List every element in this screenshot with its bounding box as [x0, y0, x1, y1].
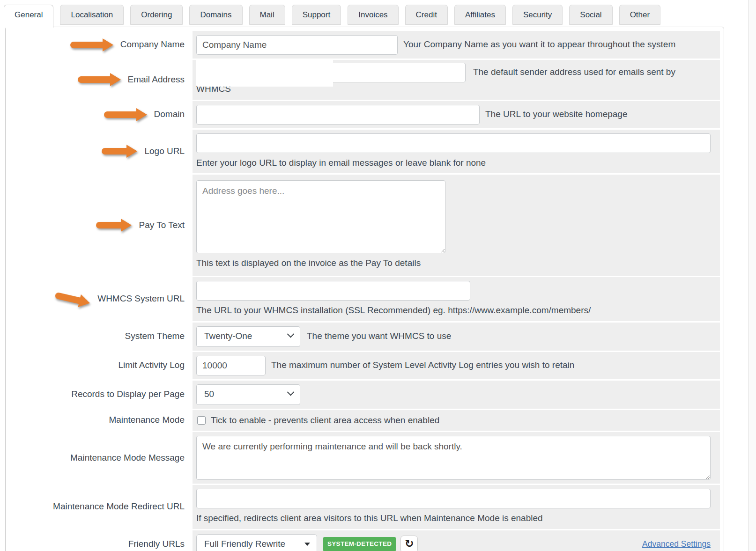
pay-to-text-help: This text is displayed on the invoice as…: [196, 257, 421, 270]
maintenance-mode-checkbox[interactable]: [197, 416, 206, 425]
system-theme-label-cell: System Theme: [9, 323, 193, 351]
form-row-friendly-urls: Friendly URLs Full Friendly Rewrite SYST…: [9, 530, 720, 551]
whmcs-system-url-help: The URL to your WHMCS installation (SSL …: [196, 304, 591, 317]
maintenance-redirect-label-cell: Maintenance Mode Redirect URL: [9, 485, 193, 529]
friendly-urls-label: Friendly URLs: [128, 538, 185, 550]
tab-invoices[interactable]: Invoices: [348, 5, 398, 25]
settings-tabbar: General Localisation Ordering Domains Ma…: [0, 0, 756, 27]
company-name-input[interactable]: [196, 35, 398, 55]
whmcs-system-url-input[interactable]: [196, 281, 470, 301]
system-detected-badge: SYSTEM-DETECTED: [323, 537, 396, 551]
logo-url-help: Enter your logo URL to display in email …: [196, 156, 486, 170]
advanced-settings-link[interactable]: Advanced Settings: [642, 538, 711, 550]
company-name-label-cell: Company Name: [9, 31, 193, 59]
tab-general[interactable]: General: [4, 5, 53, 28]
maintenance-message-textarea[interactable]: We are currently performing maintenance …: [196, 436, 711, 480]
limit-activity-log-help: The maximum number of System Level Activ…: [271, 359, 574, 372]
maintenance-message-field-cell: We are currently performing maintenance …: [193, 432, 720, 484]
limit-activity-log-label: Limit Activity Log: [119, 360, 185, 371]
whmcs-system-url-field-cell: The URL to your WHMCS installation (SSL …: [193, 277, 720, 321]
maintenance-mode-field-cell: Tick to enable - prevents client area ac…: [193, 410, 720, 431]
maintenance-mode-label-cell: Maintenance Mode: [9, 410, 193, 431]
tab-social[interactable]: Social: [569, 5, 612, 25]
tab-affiliates[interactable]: Affiliates: [454, 5, 506, 25]
logo-url-label-cell: Logo URL: [9, 130, 193, 174]
form-row-maintenance-redirect-url: Maintenance Mode Redirect URL If specifi…: [9, 485, 720, 529]
whmcs-system-url-label-cell: WHMCS System URL: [9, 277, 193, 321]
friendly-urls-select[interactable]: Full Friendly Rewrite: [196, 534, 317, 551]
system-theme-selected-value: Twenty-One: [204, 330, 252, 343]
maintenance-redirect-help: If specified, redirects client area visi…: [196, 512, 543, 525]
domain-input[interactable]: [196, 105, 480, 125]
pay-to-text-label-cell: Pay To Text: [9, 175, 193, 276]
pay-to-text-textarea[interactable]: [196, 180, 445, 253]
highlight-arrow-icon: [78, 73, 121, 86]
tab-security[interactable]: Security: [512, 5, 563, 25]
records-per-page-select[interactable]: 50: [196, 384, 300, 405]
maintenance-redirect-field-cell: If specified, redirects client area visi…: [193, 485, 720, 529]
highlight-arrow-icon: [102, 145, 137, 158]
domain-label-cell: Domain: [9, 101, 193, 128]
refresh-button[interactable]: ↻: [400, 536, 418, 551]
tab-other[interactable]: Other: [619, 5, 661, 25]
general-settings-panel: Company Name Your Company Name as you wa…: [5, 27, 724, 551]
system-theme-select[interactable]: Twenty-One: [196, 326, 300, 347]
form-row-pay-to-text: Pay To Text This text is displayed on th…: [9, 175, 720, 276]
system-theme-label: System Theme: [125, 331, 185, 342]
company-name-label: Company Name: [120, 39, 185, 51]
email-address-label-cell: Email Address: [9, 60, 193, 100]
tab-localisation[interactable]: Localisation: [60, 5, 124, 25]
tab-support[interactable]: Support: [292, 5, 341, 25]
highlight-arrow-icon: [104, 108, 147, 121]
chevron-down-icon: [287, 389, 295, 396]
friendly-urls-label-cell: Friendly URLs: [9, 530, 193, 551]
domain-field-cell: The URL to your website homepage: [193, 101, 720, 128]
page-scrollbar[interactable]: [748, 0, 756, 551]
maintenance-redirect-input[interactable]: [196, 489, 711, 508]
friendly-urls-selected-value: Full Friendly Rewrite: [204, 537, 285, 551]
limit-activity-log-label-cell: Limit Activity Log: [9, 352, 193, 379]
domain-help: The URL to your website homepage: [485, 108, 627, 121]
tab-domains[interactable]: Domains: [189, 5, 242, 25]
pay-to-text-field-cell: This text is displayed on the invoice as…: [193, 175, 720, 276]
chevron-down-icon: [287, 331, 295, 338]
maintenance-message-label-cell: Maintenance Mode Message: [9, 432, 193, 484]
tab-ordering[interactable]: Ordering: [130, 5, 183, 25]
system-theme-help: The theme you want WHMCS to use: [307, 330, 451, 343]
form-row-logo-url: Logo URL Enter your logo URL to display …: [9, 130, 720, 174]
form-row-maintenance-message: Maintenance Mode Message We are currentl…: [9, 432, 720, 484]
company-name-help: Your Company Name as you want it to appe…: [403, 38, 675, 51]
logo-url-label: Logo URL: [144, 146, 185, 157]
form-row-maintenance-mode: Maintenance Mode Tick to enable - preven…: [9, 410, 720, 431]
records-per-page-field-cell: 50: [193, 381, 720, 409]
highlight-arrow-icon: [70, 38, 113, 51]
whmcs-system-url-label: WHMCS System URL: [97, 293, 185, 305]
limit-activity-log-input[interactable]: [196, 356, 266, 375]
domain-label: Domain: [154, 109, 185, 120]
logo-url-input[interactable]: [196, 133, 711, 153]
autofill-overlay-artifact: [196, 60, 333, 87]
maintenance-mode-checkbox-label: Tick to enable - prevents client area ac…: [211, 414, 439, 427]
email-address-field-cell: The default sender address used for emai…: [193, 60, 720, 100]
system-theme-field-cell: Twenty-One The theme you want WHMCS to u…: [193, 323, 720, 351]
maintenance-redirect-label: Maintenance Mode Redirect URL: [53, 501, 185, 513]
pay-to-text-label: Pay To Text: [139, 220, 185, 231]
logo-url-field-cell: Enter your logo URL to display in email …: [193, 130, 720, 174]
records-per-page-selected-value: 50: [204, 388, 214, 401]
form-row-system-theme: System Theme Twenty-One The theme you wa…: [9, 323, 720, 351]
maintenance-mode-label: Maintenance Mode: [109, 414, 185, 426]
company-name-field-cell: Your Company Name as you want it to appe…: [193, 31, 720, 59]
friendly-urls-field-cell: Full Friendly Rewrite SYSTEM-DETECTED ↻ …: [193, 530, 720, 551]
form-row-email-address: Email Address The default sender address…: [9, 60, 720, 100]
form-row-records-per-page: Records to Display per Page 50: [9, 381, 720, 409]
tab-credit[interactable]: Credit: [405, 5, 448, 25]
records-per-page-label-cell: Records to Display per Page: [9, 381, 193, 409]
form-row-limit-activity-log: Limit Activity Log The maximum number of…: [9, 352, 720, 379]
limit-activity-log-field-cell: The maximum number of System Level Activ…: [193, 352, 720, 379]
email-address-label: Email Address: [128, 74, 185, 86]
tab-mail[interactable]: Mail: [249, 5, 285, 25]
form-row-domain: Domain The URL to your website homepage: [9, 101, 720, 128]
maintenance-message-label: Maintenance Mode Message: [70, 452, 185, 464]
highlight-arrow-icon: [54, 289, 91, 309]
form-row-whmcs-system-url: WHMCS System URL The URL to your WHMCS i…: [9, 277, 720, 321]
